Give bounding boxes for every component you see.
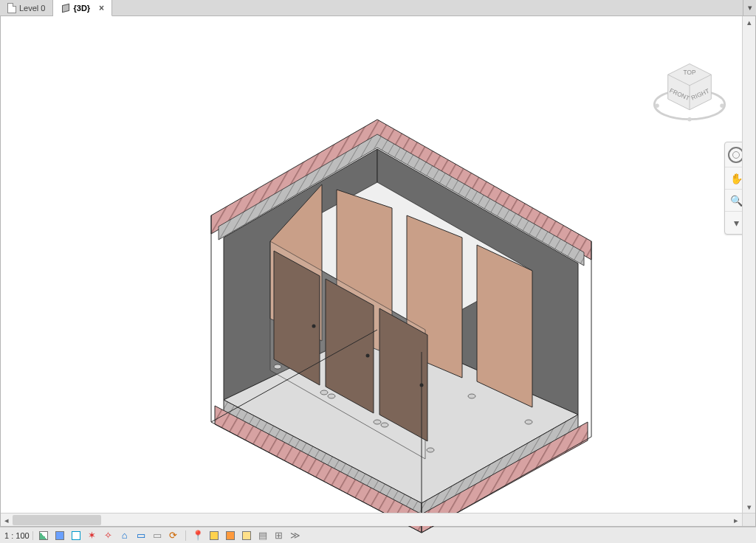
- scroll-right-icon[interactable]: ▸: [730, 513, 742, 527]
- svg-marker-20: [477, 245, 532, 407]
- plan-view-icon: [7, 3, 16, 13]
- reveal-hidden-icon[interactable]: [224, 530, 236, 542]
- 3d-model-canvas[interactable]: [126, 60, 628, 503]
- svg-point-28: [312, 325, 316, 328]
- threed-view-icon: [61, 3, 70, 13]
- view-control-bar: 1 : 100 ✶ ✧ ⌂ ▭ ▭ ⟳ 📍 ▤ ⊞ ≫: [0, 527, 756, 543]
- svg-point-33: [328, 394, 335, 398]
- scroll-corner: [742, 513, 755, 526]
- save-orientation-icon[interactable]: 📍: [192, 530, 204, 542]
- render-dialog-icon[interactable]: ⌂: [119, 530, 131, 542]
- tab-3d-label: {3D}: [73, 4, 90, 13]
- scale-selector-icon[interactable]: [38, 530, 49, 542]
- svg-point-29: [366, 354, 370, 358]
- scroll-down-icon[interactable]: ▾: [743, 501, 756, 513]
- visual-style-icon[interactable]: [70, 530, 82, 542]
- temporary-view-props-icon[interactable]: ▤: [257, 530, 269, 542]
- vertical-scrollbar[interactable]: ▴ ▾: [742, 16, 755, 513]
- svg-point-3: [655, 104, 659, 108]
- viewcube-top-label: TOP: [684, 69, 696, 76]
- scroll-up-icon[interactable]: ▴: [743, 16, 756, 28]
- svg-point-35: [381, 423, 388, 427]
- tab-level0[interactable]: Level 0: [0, 0, 53, 15]
- worksharing-display-icon[interactable]: [241, 530, 252, 542]
- hscroll-thumb[interactable]: [13, 515, 101, 525]
- lock-3d-view-icon[interactable]: ⟳: [168, 530, 179, 542]
- horizontal-scrollbar[interactable]: ◂ ▸: [1, 513, 742, 526]
- reveal-constraints-icon[interactable]: ≫: [289, 530, 301, 542]
- view-tab-strip: Level 0 {3D} × ▾: [0, 0, 756, 16]
- svg-point-34: [374, 420, 381, 424]
- viewport[interactable]: TOP FRONT RIGHT ✋ 🔍 ▾: [0, 16, 756, 527]
- tab-level0-label: Level 0: [19, 4, 45, 13]
- show-analytical-icon[interactable]: ⊞: [273, 530, 285, 542]
- svg-point-37: [468, 394, 475, 398]
- sun-path-icon[interactable]: ✶: [86, 530, 98, 542]
- view-scale[interactable]: 1 : 100: [4, 531, 33, 540]
- view-cube[interactable]: TOP FRONT RIGHT: [649, 52, 730, 133]
- show-crop-region-icon[interactable]: ▭: [151, 530, 163, 542]
- svg-point-38: [525, 420, 532, 424]
- svg-point-4: [720, 104, 724, 108]
- crop-view-icon[interactable]: ▭: [135, 530, 147, 542]
- detail-level-icon[interactable]: [54, 530, 66, 542]
- temporary-hide-icon[interactable]: [208, 530, 220, 542]
- tab-3d[interactable]: {3D} ×: [53, 0, 112, 16]
- tab-overflow-menu[interactable]: ▾: [743, 0, 756, 15]
- svg-point-32: [320, 390, 328, 395]
- close-tab-icon[interactable]: ×: [99, 3, 104, 13]
- svg-point-36: [427, 448, 434, 452]
- shadows-icon[interactable]: ✧: [103, 530, 114, 542]
- svg-point-5: [687, 117, 692, 122]
- scroll-left-icon[interactable]: ◂: [1, 513, 13, 527]
- svg-point-31: [274, 364, 281, 369]
